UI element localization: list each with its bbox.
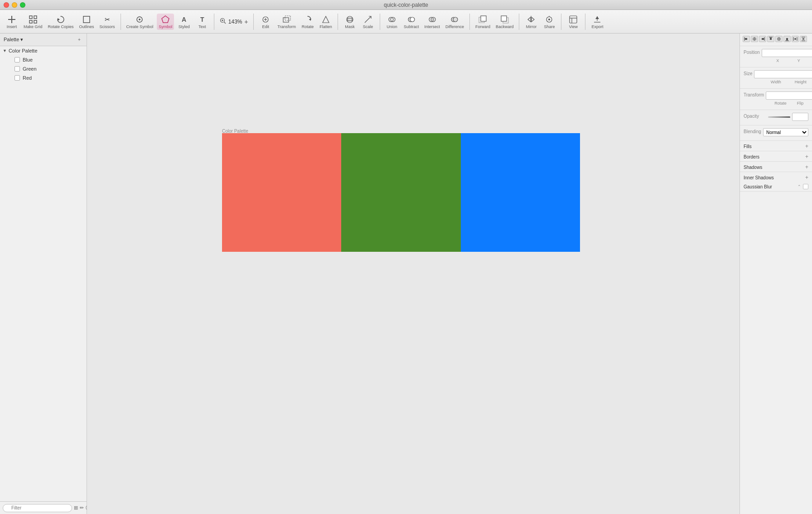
size-row: Size 🔒: [744, 70, 808, 78]
toolbar-make-grid[interactable]: Make Grid: [22, 14, 44, 30]
color-palette-group: [222, 133, 580, 252]
y-axis-label: Y: [789, 58, 809, 63]
svg-marker-10: [162, 16, 169, 23]
toolbar-intersect[interactable]: Intersect: [423, 14, 442, 30]
toolbar-transform[interactable]: Transform: [276, 14, 298, 30]
align-top-btn[interactable]: [767, 36, 774, 42]
toolbar-insert[interactable]: Insert: [4, 14, 20, 30]
sidebar-item-green[interactable]: Green: [2, 65, 85, 73]
toolbar-create-symbol[interactable]: Create Symbol: [125, 14, 155, 30]
sidebar-section-header[interactable]: ▼ Color Palette: [0, 46, 87, 55]
toolbar-sep-2: [214, 14, 214, 30]
toolbar-styled[interactable]: A Styled: [176, 14, 192, 30]
swatch-green[interactable]: [341, 133, 460, 252]
toolbar-difference[interactable]: Difference: [444, 14, 466, 30]
pen-icon[interactable]: ✏: [80, 505, 84, 511]
rotate-label: Rotate: [302, 24, 314, 29]
blending-label: Blending: [744, 129, 761, 134]
gaussian-stepper[interactable]: ⌃: [798, 184, 801, 189]
svg-rect-65: [802, 38, 804, 40]
toolbar-rotate-copies[interactable]: Rotate Copies: [46, 14, 76, 30]
position-section: Position X Y: [740, 46, 812, 67]
sidebar-item-blue-label: Blue: [23, 57, 33, 62]
swatch-blue[interactable]: [461, 133, 580, 252]
create-symbol-label: Create Symbol: [126, 24, 154, 29]
page-icon[interactable]: ⊞: [74, 505, 78, 511]
toolbar-subtract[interactable]: Subtract: [402, 14, 421, 30]
align-left-btn[interactable]: [743, 36, 750, 42]
toolbar-outlines[interactable]: Outlines: [77, 14, 96, 30]
mask-icon: [345, 14, 355, 24]
toolbar-mask[interactable]: Mask: [342, 14, 358, 30]
inner-shadows-section-title: Inner Shadows +: [740, 172, 812, 182]
swatch-red[interactable]: [222, 133, 341, 252]
rotate-copies-label: Rotate Copies: [48, 24, 74, 29]
fills-add-btn[interactable]: +: [805, 143, 808, 149]
sidebar-checkbox-red[interactable]: [14, 75, 20, 81]
shadows-add-btn[interactable]: +: [805, 164, 808, 170]
sidebar-checkbox-green[interactable]: [14, 66, 20, 72]
svg-point-27: [410, 17, 415, 22]
size-width-input[interactable]: [754, 70, 812, 78]
toolbar-flatten[interactable]: Flatten: [318, 14, 334, 30]
opacity-slider[interactable]: [768, 116, 790, 118]
toolbar-scissors[interactable]: ✂ Scissors: [98, 14, 117, 30]
blending-select[interactable]: Normal: [763, 128, 808, 136]
opacity-label: Opacity: [744, 114, 766, 119]
toolbar-text[interactable]: T Text: [194, 14, 210, 30]
toolbar-mirror[interactable]: Mirror: [523, 14, 539, 30]
align-center-v-btn[interactable]: [775, 36, 783, 42]
mirror-icon: [526, 14, 536, 24]
transform-rotate-input[interactable]: [766, 91, 812, 100]
align-bottom-btn[interactable]: [783, 36, 791, 42]
transform-label: Transform: [744, 92, 764, 97]
toolbar-scale[interactable]: Scale: [360, 14, 376, 30]
gaussian-checkbox[interactable]: [803, 184, 808, 189]
minimize-button[interactable]: [12, 2, 17, 8]
make-grid-label: Make Grid: [24, 24, 43, 29]
transform-labels-row: Rotate Flip: [744, 101, 808, 106]
position-x-input[interactable]: [762, 49, 812, 57]
backward-icon: [500, 14, 510, 24]
sidebar-header-title[interactable]: Palette ▾: [4, 37, 76, 43]
sidebar-add-btn[interactable]: +: [76, 36, 83, 43]
distribute-v-btn[interactable]: [800, 36, 807, 42]
insert-label: Insert: [7, 24, 17, 29]
svg-rect-53: [762, 38, 764, 40]
outlines-icon: [82, 14, 92, 24]
maximize-button[interactable]: [20, 2, 25, 8]
forward-icon: [478, 14, 488, 24]
subtract-label: Subtract: [404, 24, 419, 29]
borders-add-btn[interactable]: +: [805, 154, 808, 160]
sidebar-item-red[interactable]: Red: [2, 74, 85, 82]
toolbar-backward[interactable]: Backward: [494, 14, 516, 30]
toolbar-union[interactable]: Union: [384, 14, 400, 30]
close-button[interactable]: [4, 2, 9, 8]
filter-input[interactable]: [3, 504, 72, 512]
fills-label: Fills: [744, 144, 752, 149]
inner-shadows-add-btn[interactable]: +: [805, 174, 808, 181]
zoom-out-icon[interactable]: +: [244, 18, 248, 25]
union-icon: [387, 14, 397, 24]
transform-label: Transform: [277, 24, 296, 29]
toolbar-rotate[interactable]: Rotate: [300, 14, 316, 30]
toolbar-symbol[interactable]: Symbol: [157, 14, 174, 30]
zoom-in-icon[interactable]: [220, 18, 226, 25]
distribute-h-btn[interactable]: [792, 36, 799, 42]
toolbar-view[interactable]: View: [565, 14, 581, 30]
canvas-area[interactable]: Color Palette: [87, 34, 740, 514]
toolbar-share[interactable]: Share: [541, 14, 557, 30]
svg-rect-23: [348, 18, 352, 21]
styled-icon: A: [179, 14, 189, 24]
opacity-input[interactable]: [792, 113, 808, 121]
sidebar-checkbox-blue[interactable]: [14, 57, 20, 62]
export-label: Export: [591, 24, 603, 29]
toolbar-forward[interactable]: Forward: [474, 14, 492, 30]
toolbar-export[interactable]: Export: [589, 14, 605, 30]
align-right-btn[interactable]: [759, 36, 766, 42]
toolbar-sep-8: [561, 14, 561, 30]
svg-marker-38: [532, 17, 534, 22]
align-center-h-btn[interactable]: [751, 36, 758, 42]
sidebar-item-blue[interactable]: Blue: [2, 56, 85, 64]
toolbar-edit[interactable]: Edit: [257, 14, 274, 30]
